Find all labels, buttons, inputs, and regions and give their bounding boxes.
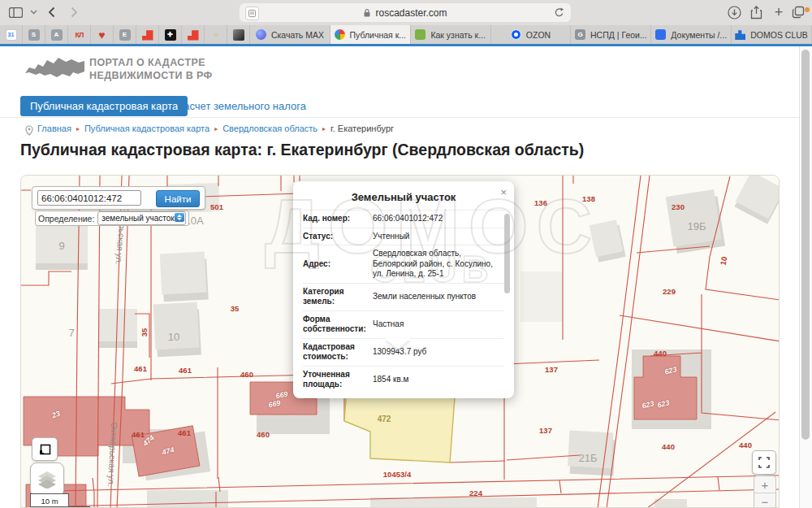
- close-icon[interactable]: ×: [500, 187, 507, 198]
- favicon-tab-letter-a[interactable]: A: [45, 25, 68, 44]
- filter-select[interactable]: земельный участок: [97, 211, 186, 225]
- measure-button[interactable]: [32, 437, 58, 461]
- popup-row: Уточненная площадь:1854 кв.м: [303, 366, 504, 393]
- measure-icon: [39, 444, 51, 455]
- address-bar[interactable]: roscadaster.com: [240, 3, 571, 22]
- domos-tab-icon: [735, 29, 745, 40]
- popup-row: Категория земель:Земли населенных пункто…: [303, 283, 504, 310]
- search-button[interactable]: Найти: [156, 190, 200, 207]
- tab-label: DOMOS CLUB: [750, 30, 808, 40]
- breadcrumb-item[interactable]: Публичная кадастровая карта: [84, 124, 209, 133]
- fullscreen-button[interactable]: [752, 450, 776, 475]
- popup-row: Форма собственности:Частная: [303, 310, 504, 338]
- chevron-down-icon[interactable]: [24, 4, 42, 20]
- layers-button[interactable]: [30, 462, 64, 497]
- cadastral-map[interactable]: 5013535461461461461460460136138230229101…: [20, 175, 780, 508]
- tab-label: Как узнать к...: [430, 30, 485, 40]
- favicon-tab-photo[interactable]: [227, 25, 250, 44]
- favicon-tab-kl[interactable]: КЛ: [68, 25, 91, 44]
- popup-row-label: Кадастровая стоимость:: [303, 342, 369, 363]
- new-tab-icon[interactable]: +: [770, 4, 788, 20]
- nspd-tab-icon: G: [575, 29, 585, 40]
- share-icon[interactable]: [747, 4, 765, 20]
- popup-title: Земельный участок: [303, 188, 504, 210]
- zoom-controls: + −: [754, 475, 776, 508]
- favicon-tab-ring[interactable]: [205, 25, 227, 44]
- page-scrollbar-thumb[interactable]: [801, 50, 810, 440]
- map-label-440: 440: [654, 349, 667, 358]
- tab-ozon[interactable]: OZON: [491, 25, 572, 44]
- breadcrumb: Главная▸Публичная кадастровая карта▸Свер…: [37, 124, 394, 133]
- map-label-21Б: 21Б: [579, 452, 598, 464]
- labeled-tabs: Скачать MAXПубличная к...Как узнать к...…: [250, 25, 812, 44]
- back-icon[interactable]: [42, 4, 60, 20]
- site-logo-text-line2: НЕДВИЖИМОСТИ В РФ: [89, 70, 213, 81]
- layers-icon: [37, 471, 57, 488]
- nav-divider: [0, 117, 799, 118]
- favicon-tab-calendar[interactable]: 31: [0, 25, 23, 44]
- tab-label: Документы /...: [671, 30, 727, 40]
- forward-icon[interactable]: [65, 4, 83, 20]
- map-label-440: 440: [739, 441, 752, 449]
- fullscreen-icon: [758, 457, 770, 468]
- search-input[interactable]: [37, 190, 141, 206]
- favicon-tab-red-flag-2[interactable]: [182, 25, 205, 44]
- tab-max[interactable]: Скачать MAX: [250, 25, 330, 44]
- map-label-35: 35: [140, 328, 149, 337]
- breadcrumb-separator: ▸: [322, 125, 326, 132]
- map-label-19Б: 19Б: [688, 220, 706, 232]
- tab-nspd[interactable]: GНСПД | Геои...: [571, 25, 651, 44]
- sidebar-toggle-icon[interactable]: [6, 4, 24, 20]
- map-label-472: 472: [378, 415, 391, 423]
- popup-scrollbar[interactable]: [504, 214, 510, 293]
- letter-e-icon: E: [119, 29, 131, 41]
- favicon-tab-red-flag[interactable]: [136, 25, 159, 44]
- screen: roscadaster.com + 31SAКЛ♥E✚ Скачать MAXП…: [0, 0, 812, 508]
- filter-value: земельный участок: [102, 214, 174, 223]
- map-label-229: 229: [663, 287, 676, 296]
- page-top-accent: [0, 44, 812, 46]
- docs-tab-icon: [655, 29, 666, 40]
- popup-row-label: Уточненная площадь:: [303, 370, 369, 390]
- tab-label: НСПД | Геои...: [590, 30, 647, 40]
- red-flag-2-icon: [188, 29, 199, 41]
- select-stepper-icon: [175, 213, 184, 222]
- favicon-tab-black-grid[interactable]: ✚: [159, 25, 182, 44]
- tab-label: OZON: [526, 30, 551, 40]
- map-label-440: 440: [662, 442, 675, 451]
- breadcrumb-item[interactable]: Свердловская область: [222, 124, 317, 133]
- tab-pkk[interactable]: Публичная к...: [330, 25, 411, 44]
- heart-icon: ♥: [97, 29, 108, 41]
- nav-tab-public-map[interactable]: Публичная кадастровая карта: [20, 96, 188, 116]
- breadcrumb-item[interactable]: г. Екатеринбург: [330, 124, 394, 133]
- breadcrumb-separator: ▸: [214, 125, 218, 132]
- favicon-tab-letter-s[interactable]: S: [23, 25, 45, 44]
- refresh-icon[interactable]: [554, 7, 564, 20]
- reader-icon[interactable]: [245, 7, 259, 20]
- url-text: roscadaster.com: [375, 7, 447, 19]
- red-flag-icon: [142, 29, 153, 41]
- parcel-info-popup: × Земельный участок Кад. номер:66:06:040…: [293, 181, 514, 398]
- map-label-460: 460: [257, 430, 270, 439]
- tab-domos[interactable]: DOMOS CLUB: [732, 25, 812, 44]
- favicon-tab-heart[interactable]: ♥: [91, 25, 114, 44]
- breadcrumb-separator: ▸: [76, 125, 80, 132]
- location-pin-icon: [25, 124, 33, 139]
- map-label-9: 9: [58, 240, 64, 252]
- zoom-in-button[interactable]: +: [754, 476, 775, 493]
- popup-row-label: Адрес:: [303, 259, 369, 270]
- tab-bar: 31SAКЛ♥E✚ Скачать MAXПубличная к...Как у…: [0, 25, 812, 44]
- map-label-461: 461: [179, 366, 192, 375]
- letter-s-icon: S: [28, 29, 40, 41]
- zoom-out-button[interactable]: −: [754, 493, 775, 508]
- download-icon[interactable]: [725, 4, 743, 20]
- browser-toolbar: roscadaster.com +: [0, 0, 812, 26]
- breadcrumb-item[interactable]: Главная: [37, 124, 71, 133]
- favicon-tab-letter-e[interactable]: E: [114, 25, 136, 44]
- site-logo-russia-map: [23, 52, 84, 89]
- map-label-7: 7: [68, 327, 74, 339]
- nav-link-land-tax[interactable]: Расчет земельного налога: [177, 100, 306, 112]
- tab-docs[interactable]: Документы /...: [651, 25, 732, 44]
- tabs-overview-icon[interactable]: [789, 4, 807, 20]
- tab-green[interactable]: Как узнать к...: [411, 25, 491, 44]
